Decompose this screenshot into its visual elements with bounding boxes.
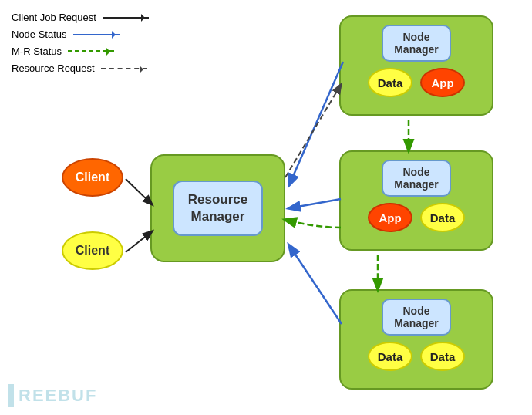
watermark-text: REEBUF (19, 386, 97, 406)
arrow-solid-icon (103, 17, 149, 19)
node-manager-1: NodeManager Data App (339, 15, 493, 116)
resource-manager-container: ResourceManager (150, 154, 285, 262)
nm2-data: Data (420, 203, 465, 232)
legend-item-client-job: Client Job Request (12, 12, 149, 23)
client-yellow: Client (62, 231, 123, 270)
nm2-app: App (368, 203, 412, 232)
nm3-data2: Data (420, 342, 465, 371)
node-manager-2-label: NodeManager (382, 160, 451, 197)
svg-line-5 (285, 85, 341, 177)
watermark: REEBUF (8, 384, 97, 407)
legend-label-mr-status: M-R Status (12, 46, 62, 57)
legend-label-resource-request: Resource Request (12, 62, 95, 74)
node-manager-3: NodeManager Data Data (339, 289, 493, 390)
node-manager-2-items: App Data (348, 203, 484, 232)
nm3-data1: Data (368, 342, 412, 371)
legend: Client Job Request Node Status M-R Statu… (12, 12, 149, 79)
svg-line-3 (289, 199, 341, 208)
legend-label-client-job: Client Job Request (12, 12, 96, 23)
legend-item-mr-status: M-R Status (12, 46, 149, 57)
watermark-bar (8, 384, 14, 407)
arrow-dashed-black-icon (101, 68, 147, 69)
svg-line-2 (289, 62, 343, 185)
client-orange: Client (62, 158, 123, 197)
resource-manager-box: ResourceManager (173, 181, 263, 236)
node-manager-3-items: Data Data (348, 342, 484, 371)
node-manager-1-items: Data App (348, 68, 484, 97)
nm1-data: Data (368, 68, 412, 97)
arrow-blue-icon (73, 34, 120, 35)
resource-manager-label: ResourceManager (188, 192, 247, 224)
node-manager-2: NodeManager App Data (339, 150, 493, 251)
legend-item-resource-request: Resource Request (12, 62, 149, 74)
nm1-app: App (420, 68, 465, 97)
diagram: Client Job Request Node Status M-R Statu… (0, 0, 532, 415)
node-manager-1-label: NodeManager (382, 25, 451, 62)
svg-line-4 (289, 245, 342, 324)
node-manager-3-label: NodeManager (382, 299, 451, 336)
svg-line-1 (126, 231, 152, 252)
arrow-dashed-green-icon (68, 50, 114, 52)
legend-item-node-status: Node Status (12, 29, 149, 40)
svg-line-0 (126, 179, 152, 204)
legend-label-node-status: Node Status (12, 29, 67, 40)
